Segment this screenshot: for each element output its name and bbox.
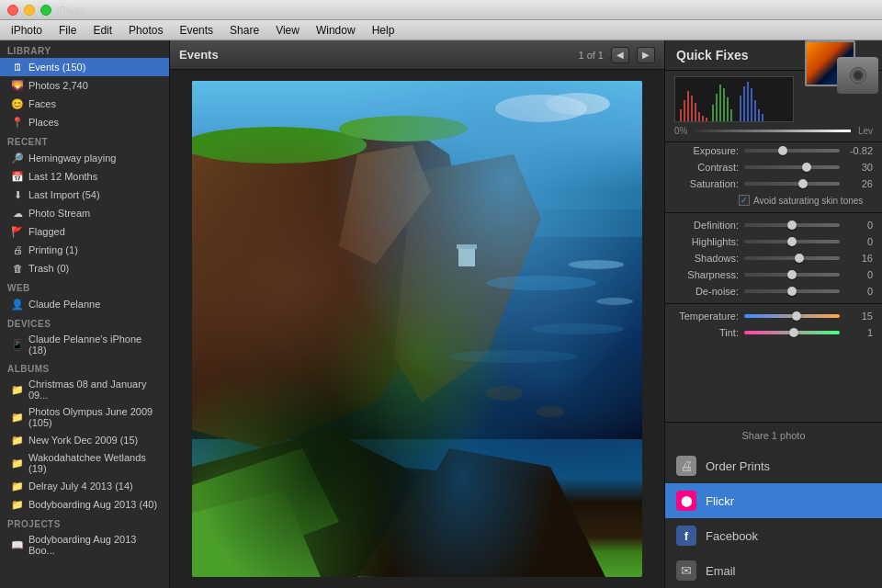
maximize-button[interactable] <box>40 5 51 16</box>
share-item-facebook[interactable]: f Facebook <box>665 518 882 553</box>
sidebar-item-events[interactable]: 🗓 Events (150) <box>0 58 169 76</box>
sidebar-item-faces[interactable]: 😊 Faces <box>0 95 169 113</box>
menu-iphoto[interactable]: iPhoto <box>4 22 50 39</box>
histogram-canvas <box>674 76 794 122</box>
exposure-slider[interactable] <box>744 149 840 153</box>
svg-point-21 <box>596 298 633 305</box>
calendar-icon: 📅 <box>11 170 24 183</box>
share-item-prints[interactable]: 🖨 Order Prints <box>665 448 882 483</box>
photo-area[interactable] <box>170 70 664 588</box>
svg-point-18 <box>486 386 523 401</box>
highlights-label: Highlights: <box>674 236 739 247</box>
saturation-label: Saturation: <box>674 178 739 189</box>
temperature-value: 15 <box>845 311 873 322</box>
thumbnail-area <box>805 40 878 96</box>
definition-value: 0 <box>845 220 873 231</box>
svg-point-10 <box>486 276 596 290</box>
sidebar-item-hemingway[interactable]: 🔎 Hemingway playing <box>0 149 169 167</box>
share-item-email[interactable]: ✉ Email <box>665 553 882 588</box>
photo-svg <box>192 81 642 577</box>
temperature-slider[interactable] <box>744 314 840 318</box>
sidebar-item-printing[interactable]: 🖨 Printing (1) <box>0 241 169 259</box>
minimize-button[interactable] <box>24 5 35 16</box>
sidebar-item-lastimport[interactable]: ⬇ Last Import (54) <box>0 186 169 204</box>
svg-marker-5 <box>339 145 431 265</box>
sidebar-item-delray[interactable]: 📁 Delray July 4 2013 (14) <box>0 477 169 495</box>
svg-rect-25 <box>684 100 685 122</box>
menu-window[interactable]: Window <box>309 22 363 39</box>
sidebar-item-trash[interactable]: 🗑 Trash (0) <box>0 259 169 277</box>
contrast-row: Contrast: 30 <box>665 159 882 175</box>
svg-rect-26 <box>687 91 689 122</box>
sidebar-item-christmas[interactable]: 📁 Christmas 08 and January 09... <box>0 376 169 403</box>
levels-label: Lev <box>858 126 873 136</box>
tint-slider[interactable] <box>744 331 840 334</box>
sidebar-item-last12[interactable]: 📅 Last 12 Months <box>0 167 169 186</box>
album-icon: 📁 <box>11 457 24 469</box>
saturation-row: Saturation: 26 <box>665 175 882 192</box>
sharpness-value: 0 <box>845 269 873 280</box>
titlebar: iPhoto <box>0 0 882 20</box>
svg-rect-41 <box>751 88 752 122</box>
menu-help[interactable]: Help <box>365 22 402 39</box>
web-icon: 👤 <box>11 298 24 311</box>
shadows-row: Shadows: 16 <box>665 250 882 266</box>
menu-edit[interactable]: Edit <box>85 22 119 39</box>
denoise-slider[interactable] <box>744 289 840 293</box>
exposure-value: -0.82 <box>845 145 873 156</box>
main-layout: LIBRARY 🗓 Events (150) 🌄 Photos 2,740 😊 … <box>0 40 882 588</box>
sidebar-item-project1[interactable]: 📖 Bodyboarding Aug 2013 Boo... <box>0 531 169 559</box>
quick-fixes-header: Quick Fixes <box>665 40 882 71</box>
album-icon: 📁 <box>11 411 24 424</box>
svg-rect-2 <box>192 209 642 237</box>
camera-thumbnail <box>837 57 878 94</box>
sidebar-item-olympus[interactable]: 📁 Photos Olympus June 2009 (105) <box>0 403 169 431</box>
sidebar-item-newyork[interactable]: 📁 New York Dec 2009 (15) <box>0 431 169 449</box>
menu-file[interactable]: File <box>51 22 84 39</box>
sidebar-item-flagged[interactable]: 🚩 Flagged <box>0 222 169 241</box>
shadows-label: Shadows: <box>674 253 739 264</box>
sidebar-item-photos[interactable]: 🌄 Photos 2,740 <box>0 76 169 95</box>
quick-fixes-title: Quick Fixes <box>676 48 749 62</box>
svg-point-13 <box>210 467 541 577</box>
sidebar-item-bodyboarding[interactable]: 📁 Bodyboarding Aug 2013 (40) <box>0 495 169 514</box>
svg-rect-29 <box>698 112 700 122</box>
svg-rect-44 <box>762 114 763 122</box>
close-button[interactable] <box>7 5 18 16</box>
menu-view[interactable]: View <box>268 22 307 39</box>
contrast-slider[interactable] <box>744 165 840 169</box>
svg-point-6 <box>192 127 367 164</box>
flickr-icon: ⬤ <box>676 491 696 511</box>
highlights-slider[interactable] <box>744 240 840 243</box>
menu-events[interactable]: Events <box>172 22 220 39</box>
highlights-row: Highlights: 0 <box>665 233 882 250</box>
skin-tones-checkbox[interactable]: ✓ <box>739 195 750 206</box>
sidebar-item-iphone[interactable]: 📱 Claude Pelanne's iPhone (18) <box>0 331 169 358</box>
album-icon: 📁 <box>11 434 24 447</box>
svg-rect-32 <box>712 105 714 122</box>
saturation-slider[interactable] <box>744 182 840 186</box>
next-button[interactable]: ▶ <box>637 47 655 63</box>
sharpness-slider[interactable] <box>744 273 840 277</box>
definition-slider[interactable] <box>744 223 840 227</box>
definition-row: Definition: 0 <box>665 217 882 233</box>
shadows-slider[interactable] <box>744 256 840 260</box>
sidebar-item-wetlands[interactable]: 📁 Wakodahatchee Wetlands (19) <box>0 449 169 477</box>
email-icon: ✉ <box>676 560 696 581</box>
prev-button[interactable]: ◀ <box>611 47 629 63</box>
sidebar-item-claude[interactable]: 👤 Claude Pelanne <box>0 295 169 313</box>
svg-rect-34 <box>719 85 721 122</box>
tint-label: Tint: <box>674 327 739 338</box>
denoise-label: De-noise: <box>674 286 739 297</box>
menu-photos[interactable]: Photos <box>121 22 170 39</box>
projects-section-header: PROJECTS <box>0 514 169 531</box>
flag-icon: 🚩 <box>11 225 24 238</box>
svg-rect-36 <box>727 97 729 122</box>
menu-share[interactable]: Share <box>222 22 266 39</box>
iphone-icon: 📱 <box>11 338 24 351</box>
svg-marker-3 <box>192 118 468 448</box>
recent-section-header: RECENT <box>0 131 169 149</box>
sidebar-item-places[interactable]: 📍 Places <box>0 113 169 131</box>
share-item-flickr[interactable]: ⬤ Flickr <box>665 483 882 518</box>
sidebar-item-photostream[interactable]: ☁ Photo Stream <box>0 204 169 222</box>
